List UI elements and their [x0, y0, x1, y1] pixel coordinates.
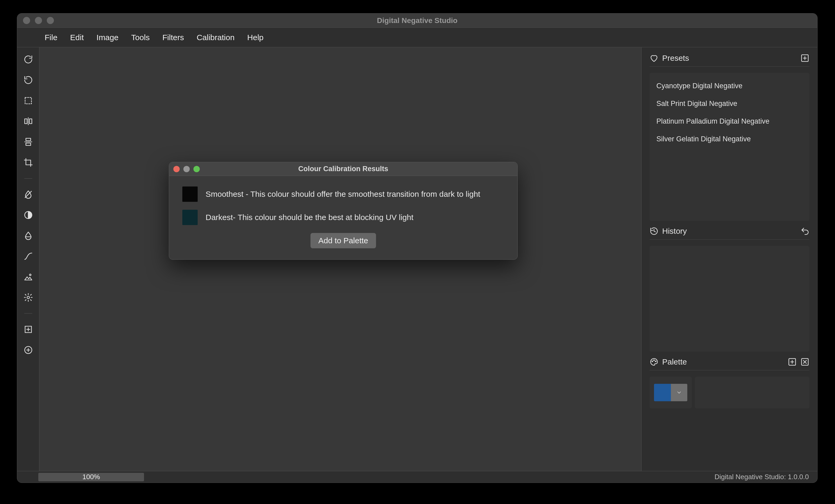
- add-preset-icon[interactable]: [800, 54, 809, 63]
- curve-icon[interactable]: [23, 251, 33, 261]
- history-title: History: [662, 227, 687, 236]
- window-zoom-button[interactable]: [47, 17, 54, 24]
- dialog-title: Colour Calibration Results: [298, 165, 388, 173]
- svg-rect-0: [25, 98, 32, 104]
- landscape-icon[interactable]: [23, 272, 33, 281]
- left-toolbar: [17, 47, 39, 471]
- menu-calibration[interactable]: Calibration: [197, 33, 235, 42]
- svg-rect-2: [25, 119, 27, 124]
- toolbar-divider: [24, 313, 32, 314]
- version-label: Digital Negative Studio: 1.0.0.0: [714, 473, 809, 481]
- dialog-body: Smoothest - This colour should offer the…: [169, 176, 517, 259]
- traffic-lights: [23, 17, 54, 24]
- remove-palette-icon[interactable]: [800, 357, 809, 366]
- window-title: Digital Negative Studio: [377, 16, 458, 25]
- smoothest-text: Smoothest - This colour should offer the…: [206, 190, 480, 198]
- menubar: File Edit Image Tools Filters Calibratio…: [17, 28, 817, 47]
- svg-point-9: [29, 274, 31, 276]
- undo-icon[interactable]: [800, 227, 809, 236]
- calibration-results-dialog: Colour Calibration Results Smoothest - T…: [169, 162, 518, 260]
- rotate-cw-icon[interactable]: [23, 55, 33, 64]
- svg-point-21: [654, 360, 654, 361]
- svg-point-10: [27, 296, 29, 299]
- crop-icon[interactable]: [23, 158, 33, 167]
- menu-tools[interactable]: Tools: [131, 33, 149, 42]
- canvas[interactable]: Colour Calibration Results Smoothest - T…: [39, 47, 641, 471]
- contrast-icon[interactable]: [23, 210, 33, 220]
- invert-icon[interactable]: [23, 190, 33, 199]
- body: Colour Calibration Results Smoothest - T…: [17, 47, 817, 471]
- presets-list: Cyanotype Digital Negative Salt Print Di…: [650, 73, 809, 221]
- preset-item[interactable]: Silver Gelatin Digital Negative: [655, 130, 804, 148]
- menu-file[interactable]: File: [45, 33, 57, 42]
- palette-icon: [650, 357, 658, 366]
- dialog-titlebar: Colour Calibration Results: [169, 162, 517, 176]
- dialog-close-button[interactable]: [174, 166, 180, 172]
- svg-rect-3: [29, 119, 32, 124]
- drop-icon[interactable]: [23, 231, 33, 240]
- svg-point-22: [655, 361, 656, 362]
- palette-title: Palette: [662, 357, 687, 366]
- history-icon: [650, 227, 658, 236]
- svg-rect-5: [26, 139, 30, 141]
- main-window: Digital Negative Studio File Edit Image …: [17, 13, 818, 483]
- result-row-darkest: Darkest- This colour should be the best …: [182, 210, 504, 225]
- result-row-smoothest: Smoothest - This colour should offer the…: [182, 187, 504, 202]
- heart-icon: [650, 54, 658, 63]
- history-list: [650, 246, 809, 352]
- smoothest-swatch: [182, 187, 198, 202]
- flip-horizontal-icon[interactable]: [23, 117, 33, 126]
- marquee-icon[interactable]: [23, 96, 33, 105]
- titlebar: Digital Negative Studio: [17, 14, 817, 28]
- menu-help[interactable]: Help: [247, 33, 264, 42]
- presets-section: Presets Cyanotype Digital Negative Salt …: [650, 54, 809, 221]
- presets-title: Presets: [662, 54, 689, 63]
- svg-point-20: [652, 361, 653, 362]
- rotate-ccw-icon[interactable]: [23, 75, 33, 85]
- palette-dropdown-button[interactable]: [671, 384, 687, 401]
- add-to-palette-button[interactable]: Add to Palette: [310, 233, 376, 248]
- dialog-zoom-button[interactable]: [194, 166, 200, 172]
- svg-rect-6: [26, 143, 30, 146]
- gear-icon[interactable]: [23, 293, 33, 302]
- darkest-swatch: [182, 210, 198, 225]
- darkest-text: Darkest- This colour should be the best …: [206, 213, 413, 222]
- menu-filters[interactable]: Filters: [162, 33, 184, 42]
- grid-add-icon[interactable]: [23, 324, 33, 334]
- palette-current-slot[interactable]: [650, 377, 692, 408]
- flip-vertical-icon[interactable]: [23, 137, 33, 147]
- window-close-button[interactable]: [23, 17, 30, 24]
- window-minimize-button[interactable]: [35, 17, 42, 24]
- dialog-minimize-button[interactable]: [183, 166, 190, 172]
- right-panel: Presets Cyanotype Digital Negative Salt …: [641, 47, 817, 471]
- preset-item[interactable]: Platinum Palladium Digital Negative: [655, 112, 804, 130]
- add-palette-icon[interactable]: [788, 357, 797, 366]
- zoom-level[interactable]: 100%: [38, 473, 144, 481]
- palette-colors-area: [695, 377, 809, 408]
- toolbar-divider: [24, 178, 32, 178]
- history-section: History: [650, 227, 809, 352]
- menu-edit[interactable]: Edit: [70, 33, 84, 42]
- dialog-traffic-lights: [174, 166, 200, 172]
- preset-item[interactable]: Salt Print Digital Negative: [655, 95, 804, 112]
- palette-section: Palette: [650, 357, 809, 408]
- palette-current-swatch: [654, 384, 671, 401]
- add-circle-icon[interactable]: [23, 345, 33, 355]
- menu-image[interactable]: Image: [97, 33, 118, 42]
- preset-item[interactable]: Cyanotype Digital Negative: [655, 77, 804, 95]
- statusbar: 100% Digital Negative Studio: 1.0.0.0: [17, 471, 817, 483]
